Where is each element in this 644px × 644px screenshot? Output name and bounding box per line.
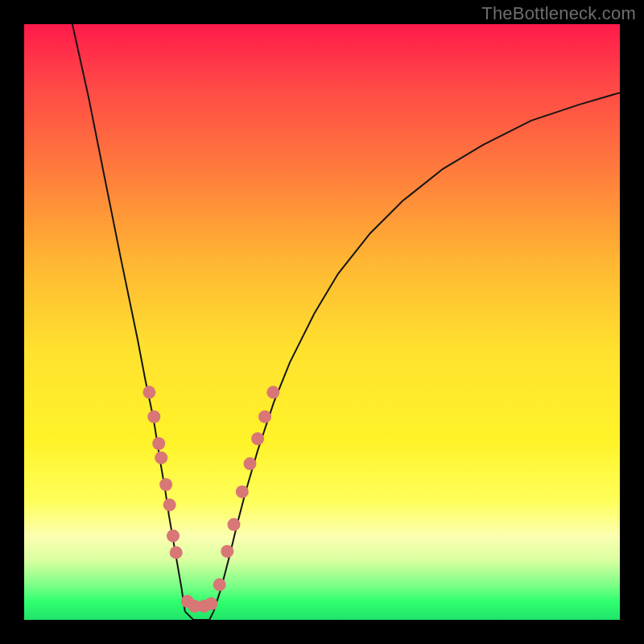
data-marker	[221, 545, 233, 558]
data-marker	[228, 518, 241, 531]
data-marker	[213, 578, 226, 591]
chart-svg	[24, 24, 620, 620]
curve-left-branch	[72, 24, 185, 612]
data-marker	[159, 478, 172, 491]
data-marker	[266, 386, 279, 398]
chart-frame	[24, 24, 620, 620]
watermark-text: TheBottleneck.com	[481, 3, 636, 24]
data-marker	[167, 530, 180, 543]
data-marker	[258, 411, 271, 423]
data-marker	[251, 432, 264, 445]
data-marker	[236, 485, 249, 498]
data-marker	[142, 386, 155, 398]
data-marker	[147, 411, 160, 423]
curve-valley-floor	[185, 612, 213, 620]
data-marker	[155, 452, 167, 464]
marker-group	[142, 386, 279, 613]
data-marker	[244, 457, 257, 470]
data-marker	[163, 498, 176, 511]
data-marker	[170, 546, 183, 559]
data-marker	[152, 437, 165, 450]
data-marker	[204, 597, 217, 610]
curve-right-branch	[213, 93, 620, 612]
